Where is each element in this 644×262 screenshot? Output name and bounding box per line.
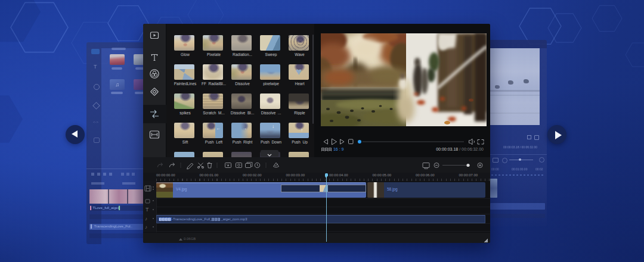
svg-text:♪: ♪: [145, 224, 147, 230]
svg-text:T: T: [145, 207, 149, 213]
svg-text:♪: ♪: [145, 216, 147, 222]
